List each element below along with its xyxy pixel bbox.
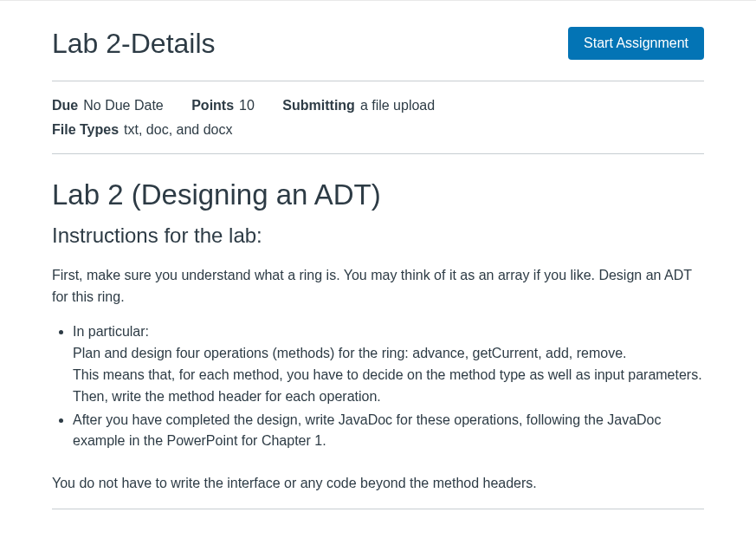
start-assignment-button[interactable]: Start Assignment xyxy=(568,27,704,60)
content-bullets: In particular: Plan and design four oper… xyxy=(52,321,704,452)
bullet-text: After you have completed the design, wri… xyxy=(73,412,661,449)
meta-due-value: No Due Date xyxy=(83,98,164,113)
meta-due-label: Due xyxy=(52,98,78,113)
bullet-lead: In particular: xyxy=(73,324,149,339)
content-subheading: Instructions for the lab: xyxy=(52,224,704,248)
meta-points-value: 10 xyxy=(239,98,255,113)
list-item: In particular: Plan and design four oper… xyxy=(73,321,704,407)
meta-points-label: Points xyxy=(191,98,234,113)
meta-submitting-value: a file upload xyxy=(360,98,435,113)
meta-filetypes-label: File Types xyxy=(52,122,119,137)
meta-submitting-label: Submitting xyxy=(282,98,355,113)
bullet-line: Plan and design four operations (methods… xyxy=(73,346,626,360)
meta-due: DueNo Due Date xyxy=(52,94,164,117)
content-closing: You do not have to write the interface o… xyxy=(52,473,704,495)
content-intro: First, make sure you understand what a r… xyxy=(52,265,704,308)
meta-points: Points10 xyxy=(191,94,255,117)
page-title: Lab 2-Details xyxy=(52,27,216,60)
bullet-line: This means that, for each method, you ha… xyxy=(73,367,702,382)
content-heading: Lab 2 (Designing an ADT) xyxy=(52,178,704,211)
meta-filetypes-value: txt, doc, and docx xyxy=(124,122,232,137)
divider-bottom xyxy=(52,509,704,509)
assignment-content: Lab 2 (Designing an ADT) Instructions fo… xyxy=(52,154,704,509)
meta-filetypes: File Typestxt, doc, and docx xyxy=(52,118,232,141)
list-item: After you have completed the design, wri… xyxy=(73,410,704,453)
assignment-meta: DueNo Due Date Points10 Submittinga file… xyxy=(52,81,704,152)
bullet-line: Then, write the method header for each o… xyxy=(73,389,381,404)
meta-submitting: Submittinga file upload xyxy=(282,94,435,117)
